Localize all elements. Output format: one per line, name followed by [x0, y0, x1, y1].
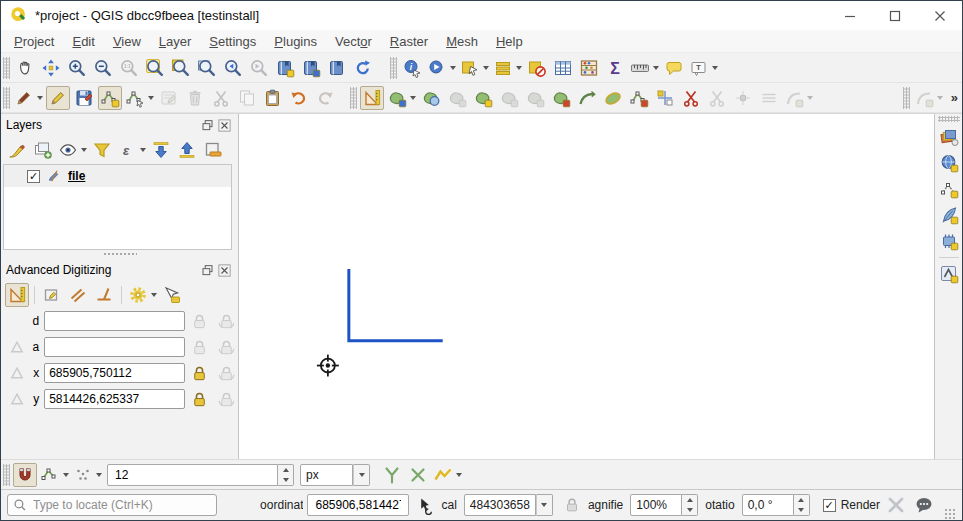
chevron-down-icon[interactable] [96, 473, 102, 477]
locator-search[interactable] [7, 494, 217, 516]
chevron-down-icon[interactable] [483, 66, 489, 70]
collapse-all-button[interactable] [175, 138, 199, 162]
chevron-down-icon[interactable] [148, 96, 154, 100]
snapping-mode-button[interactable] [39, 463, 70, 487]
chevron-down-icon[interactable] [63, 473, 69, 477]
advanced-digitizing-float-button[interactable] [199, 262, 216, 278]
open-field-calculator-button[interactable] [577, 56, 601, 80]
chevron-down-icon[interactable] [937, 96, 943, 100]
new-spatial-bookmark-button[interactable] [273, 56, 297, 80]
magnifier-spinbox[interactable]: 100% [630, 494, 698, 516]
menu-settings[interactable]: Settings [200, 32, 265, 51]
measure-line-button[interactable] [629, 56, 660, 80]
add-group-button[interactable] [31, 138, 55, 162]
chevron-down-icon[interactable] [653, 66, 659, 70]
coordinate-input[interactable] [313, 497, 403, 513]
scale-combo[interactable]: 484303658 [464, 494, 553, 516]
chevron-down-icon[interactable] [37, 96, 43, 100]
new-temporary-scratch-layer-button[interactable] [937, 229, 961, 253]
toggle-editing-button[interactable] [46, 86, 70, 110]
map-tips-button[interactable] [662, 56, 686, 80]
zoom-full-extent-button[interactable] [143, 56, 167, 80]
menu-help[interactable]: Help [487, 32, 532, 51]
chevron-down-icon[interactable] [151, 293, 157, 297]
show-spatial-bookmarks-button[interactable] [299, 56, 323, 80]
layers-list[interactable]: file [3, 164, 232, 250]
vertex-tool-button[interactable] [124, 86, 155, 110]
toolbar-grip[interactable] [938, 116, 960, 122]
menu-mesh[interactable]: Mesh [437, 32, 487, 51]
toolbar-grip[interactable] [903, 87, 910, 109]
perpendicular-constraint-button[interactable] [92, 283, 116, 307]
expand-all-button[interactable] [149, 138, 173, 162]
new-mesh-layer-button[interactable] [937, 262, 961, 286]
snapping-tolerance-spinbox[interactable] [107, 464, 294, 486]
text-annotation-button[interactable]: T [688, 56, 719, 80]
run-feature-action-button[interactable] [426, 56, 457, 80]
new-annotation-layer-button[interactable] [937, 203, 961, 227]
layers-panel-float-button[interactable] [199, 117, 216, 133]
remove-layer-group-button[interactable] [201, 138, 225, 162]
chevron-down-icon[interactable] [536, 494, 553, 516]
fill-ring-button[interactable] [549, 86, 573, 110]
map-canvas[interactable] [239, 114, 934, 459]
save-layer-edits-button[interactable] [72, 86, 96, 110]
advanced-digitizing-close-button[interactable] [216, 262, 233, 278]
minimize-button[interactable] [827, 1, 872, 30]
menu-edit[interactable]: Edit [63, 32, 103, 51]
paste-features-button[interactable] [261, 86, 285, 110]
chevron-down-icon[interactable] [410, 96, 416, 100]
pan-map-button[interactable] [13, 56, 37, 80]
render-checkbox[interactable] [823, 499, 836, 512]
snapping-topology-button[interactable] [72, 463, 103, 487]
open-attribute-table-button[interactable] [551, 56, 575, 80]
close-button[interactable] [917, 1, 962, 30]
cad-a-input[interactable] [44, 337, 185, 357]
zoom-in-button[interactable] [65, 56, 89, 80]
manage-map-themes-button[interactable] [57, 138, 88, 162]
topological-editing-button[interactable] [380, 463, 404, 487]
cad-y-input[interactable] [44, 389, 185, 409]
parallel-constraint-button[interactable] [66, 283, 90, 307]
panel-splitter[interactable] [1, 250, 238, 259]
chevron-down-icon[interactable] [516, 66, 522, 70]
menu-raster[interactable]: Raster [381, 32, 437, 51]
menu-project[interactable]: Project [5, 32, 63, 51]
new-shapefile-layer-button[interactable] [937, 125, 961, 149]
snapping-on-intersection-button[interactable] [406, 463, 430, 487]
chevron-down-icon[interactable] [353, 464, 370, 486]
enable-snapping-button[interactable] [13, 463, 37, 487]
spinner-arrows[interactable] [278, 464, 294, 486]
chevron-down-icon[interactable] [450, 66, 456, 70]
add-line-feature-button[interactable] [98, 86, 122, 110]
resize-grip[interactable] [944, 508, 956, 520]
pan-to-selection-button[interactable] [39, 56, 63, 80]
filter-legend-button[interactable] [90, 138, 114, 162]
chevron-down-icon[interactable] [140, 148, 146, 152]
menu-vector[interactable]: Vector [326, 32, 381, 51]
toolbar-grip[interactable] [3, 464, 10, 486]
layer-name[interactable]: file [68, 169, 85, 183]
layer-visibility-checkbox[interactable] [27, 170, 40, 183]
enable-advanced-digitizing-tools-button[interactable] [360, 86, 384, 110]
toolbar-grip[interactable] [350, 87, 357, 109]
cad-y-lock-icon[interactable] [188, 388, 211, 410]
spinner-arrows[interactable] [682, 494, 698, 516]
new-virtual-layer-button[interactable] [937, 177, 961, 201]
current-edits-button[interactable] [13, 86, 44, 110]
toolbar-grip[interactable] [3, 87, 10, 109]
undo-button[interactable] [287, 86, 311, 110]
open-layer-styling-panel-button[interactable] [5, 138, 29, 162]
construction-mode-button[interactable] [40, 283, 64, 307]
lock-scale-icon[interactable] [560, 493, 584, 517]
menu-layer[interactable]: Layer [150, 32, 201, 51]
toolbar-grip[interactable] [3, 57, 10, 79]
statistical-summary-button[interactable]: Σ [603, 56, 627, 80]
messages-icon[interactable] [912, 493, 936, 517]
simplify-feature-button[interactable] [471, 86, 495, 110]
zoom-to-layer-button[interactable] [195, 56, 219, 80]
copy-and-move-features-button[interactable] [419, 86, 443, 110]
chevron-down-icon[interactable] [712, 66, 718, 70]
zoom-out-button[interactable] [91, 56, 115, 80]
show-bookmark-manager-button[interactable] [325, 56, 349, 80]
